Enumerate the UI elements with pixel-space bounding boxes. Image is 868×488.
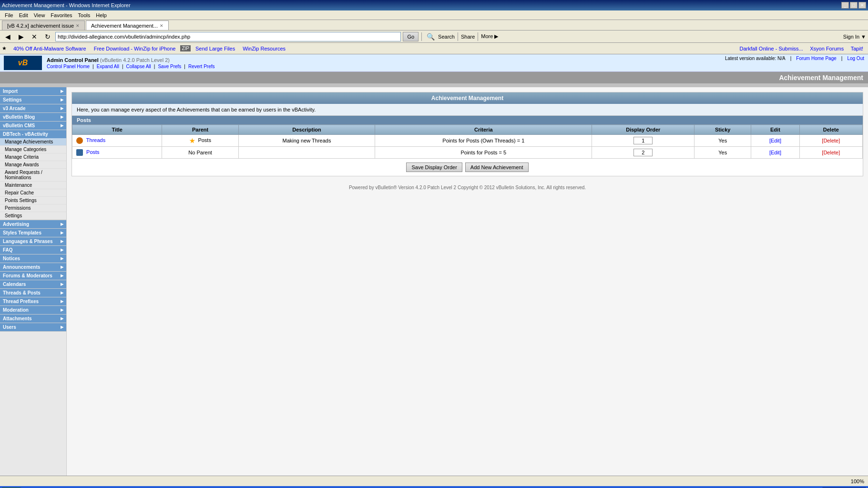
sidebar-item-points-settings[interactable]: Points Settings (0, 197, 66, 204)
sidebar-item-permissions[interactable]: Permissions (0, 204, 66, 212)
row2-display-order-input[interactable] (633, 149, 653, 156)
tab2-close[interactable]: ✕ (160, 23, 163, 28)
sidebar-calendars-header[interactable]: Calendars ▶ (0, 280, 66, 288)
more-label: More ▶ (481, 33, 498, 40)
sidebar-threads-posts-header[interactable]: Threads & Posts ▶ (0, 289, 66, 297)
sidebar-announcements-header[interactable]: Announcements ▶ (0, 263, 66, 271)
fav-darkfall[interactable]: Darkfall Online - Submiss... (736, 45, 806, 52)
view-menu[interactable]: View (31, 11, 48, 19)
sidebar-forums-header[interactable]: Forums & Moderators ▶ (0, 272, 66, 280)
sidebar-item-settings-dbtech[interactable]: Settings (0, 212, 66, 220)
control-panel-home-link[interactable]: Control Panel Home (47, 64, 90, 69)
edit-menu[interactable]: Edit (16, 11, 31, 19)
achievements-table: Title Parent Description Criteria Displa… (72, 124, 863, 159)
stop-button[interactable]: ✕ (29, 31, 40, 42)
sidebar-item-award-requests[interactable]: Award Requests / Nominations (0, 169, 66, 182)
address-input[interactable] (55, 32, 401, 41)
search-icon[interactable]: 🔍 (425, 31, 436, 42)
tab1-close[interactable]: ✕ (76, 23, 80, 28)
forum-home-link[interactable]: Forum Home Page (796, 56, 836, 70)
tools-menu[interactable]: Tools (75, 11, 93, 19)
separator2: | (841, 56, 843, 70)
refresh-button[interactable]: ↻ (42, 31, 53, 42)
row1-display-order-input[interactable] (633, 137, 653, 144)
favorites-menu[interactable]: Favorites (48, 11, 75, 19)
sidebar-notices-label: Notices (3, 256, 20, 261)
row1-edit-link[interactable]: [Edit] (769, 138, 781, 143)
row1-title-link[interactable]: Threads (86, 137, 105, 143)
maximize-button[interactable]: □ (850, 2, 858, 9)
sidebar-item-manage-achievements[interactable]: Manage Achievements (0, 138, 66, 146)
row2-delete-link[interactable]: [Delete] (822, 150, 840, 155)
sidebar-vbcms-header[interactable]: vBulletin CMS ▶ (0, 122, 66, 130)
search-label: Search (438, 34, 455, 40)
tab-achievement-issue[interactable]: [vB 4.2.x] achievement issue ✕ (2, 20, 85, 30)
table-header-row: Title Parent Description Criteria Displa… (72, 125, 863, 135)
sidebar: Import ▶ Settings ▶ v3 Arcade ▶ (0, 87, 67, 476)
close-button[interactable]: ✕ (858, 2, 866, 9)
row1-parent: Posts (198, 137, 211, 143)
admin-panel-title-text: Admin Control Panel (47, 57, 99, 63)
sidebar-section-notices: Notices ▶ (0, 254, 66, 263)
sidebar-styles-header[interactable]: Styles Templates ▶ (0, 229, 66, 237)
sidebar-advertising-header[interactable]: Advertising ▶ (0, 220, 66, 228)
sidebar-section-import: Import ▶ (0, 87, 66, 96)
sidebar-import-label: Import (3, 89, 18, 94)
expand-all-link[interactable]: Expand All (97, 64, 119, 69)
go-button[interactable]: Go (403, 32, 419, 41)
vbblog-arrow-icon: ▶ (61, 115, 63, 119)
favorites-bar-items: Darkfall Online - Submiss... Xsyon Forum… (736, 46, 866, 51)
sidebar-thread-prefixes-header[interactable]: Thread Prefixes ▶ (0, 297, 66, 305)
fav-tapit[interactable]: Tapit! (848, 45, 866, 52)
sidebar-item-manage-awards[interactable]: Manage Awards (0, 161, 66, 169)
row2-title-link[interactable]: Posts (86, 149, 100, 155)
sidebar-attachments-header[interactable]: Attachments ▶ (0, 315, 66, 323)
sidebar-vbblog-header[interactable]: vBulletin Blog ▶ (0, 113, 66, 121)
save-display-order-button[interactable]: Save Display Order (406, 163, 462, 172)
sidebar-languages-header[interactable]: Languages & Phrases ▶ (0, 237, 66, 245)
tab-achievement-management[interactable]: Achievement Management... ✕ (86, 20, 169, 30)
row2-edit-cell: [Edit] (751, 147, 799, 159)
save-prefs-link[interactable]: Save Prefs (158, 64, 181, 69)
sidebar-users-header[interactable]: Users ▶ (0, 323, 66, 331)
faq-arrow-icon: ▶ (61, 248, 63, 252)
add-new-achievement-button[interactable]: Add New Achievement (465, 163, 529, 172)
sidebar-v3arcade-header[interactable]: v3 Arcade ▶ (0, 104, 66, 112)
sidebar-item-repair-cache[interactable]: Repair Cache (0, 189, 66, 197)
sidebar-dbtech-header[interactable]: DBTech - vBActivity (0, 130, 66, 138)
bookmark-antimalware[interactable]: 40% Off Anti-Malware Software (10, 45, 89, 52)
col-description: Description (238, 125, 375, 135)
row2-edit-link[interactable]: [Edit] (769, 150, 781, 155)
col-edit: Edit (751, 125, 799, 135)
file-menu[interactable]: File (2, 11, 16, 19)
bookmark-winzip-resources[interactable]: WinZip Resources (240, 45, 288, 52)
fav-xsyon[interactable]: Xsyon Forums (807, 45, 847, 52)
sidebar-advertising-label: Advertising (3, 222, 29, 227)
row1-delete-link[interactable]: [Delete] (822, 138, 840, 143)
help-menu[interactable]: Help (93, 11, 110, 19)
table-row: Threads Posts Making new Threads Points … (72, 135, 863, 147)
log-out-link[interactable]: Log Out (847, 56, 864, 70)
sign-in-label[interactable]: Sign In ▼ (843, 34, 866, 40)
moderation-arrow-icon: ▶ (61, 308, 63, 312)
sidebar-import-header[interactable]: Import ▶ (0, 87, 66, 95)
threads-icon (76, 137, 83, 144)
revert-prefs-link[interactable]: Revert Prefs (188, 64, 215, 69)
sidebar-item-manage-criteria[interactable]: Manage Criteria (0, 153, 66, 161)
v3arcade-arrow-icon: ▶ (61, 106, 63, 111)
back-button[interactable]: ◀ (2, 31, 13, 42)
minimize-button[interactable]: _ (841, 2, 849, 9)
bookmark-winzip-iphone[interactable]: Free Download - WinZip for iPhone (91, 45, 179, 52)
sidebar-moderation-header[interactable]: Moderation ▶ (0, 306, 66, 314)
sidebar-notices-header[interactable]: Notices ▶ (0, 254, 66, 263)
sidebar-faq-header[interactable]: FAQ ▶ (0, 246, 66, 254)
sidebar-item-manage-categories[interactable]: Manage Categories (0, 146, 66, 153)
panel-table-container: Title Parent Description Criteria Displa… (72, 124, 863, 176)
ziplogo: ZIP (180, 45, 191, 51)
sidebar-item-maintenance[interactable]: Maintenance (0, 182, 66, 189)
bookmark-sendlarge[interactable]: Send Large Files (193, 45, 238, 52)
collapse-all-link[interactable]: Collapse All (126, 64, 151, 69)
forward-button[interactable]: ▶ (15, 31, 27, 42)
sidebar-settings-header[interactable]: Settings ▶ (0, 96, 66, 104)
tab1-label: [vB 4.2.x] achievement issue (7, 23, 74, 29)
